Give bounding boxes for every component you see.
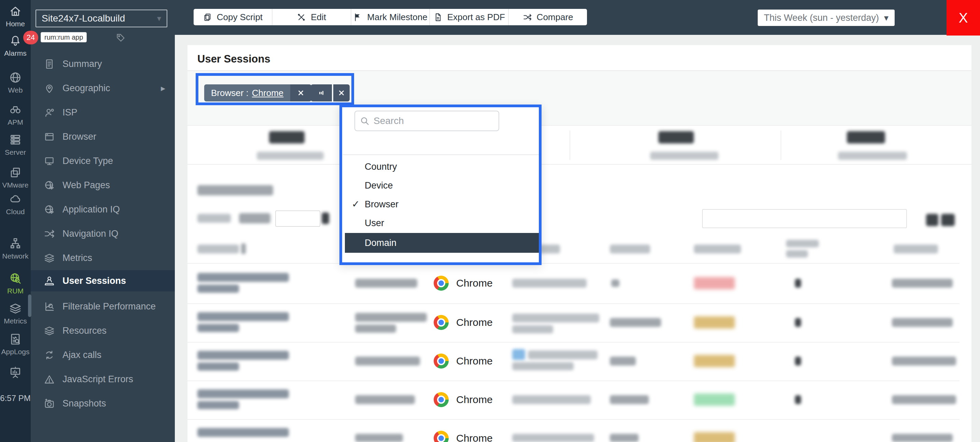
rail-item-server[interactable]: Server [0,133,31,156]
rail-item-applogs[interactable]: AppLogs [0,333,31,356]
rail-label: Web [0,86,31,94]
redacted-column-header[interactable] [610,244,650,254]
sidebar-item-javascript-errors[interactable]: JavaScript Errors [31,367,175,391]
chart-toggle-button[interactable] [311,85,332,101]
sidebar-item-summary[interactable]: Summary [31,52,175,76]
dropdown-search-input[interactable]: Search [355,111,499,131]
rail-item-cloud[interactable]: Cloud [0,193,31,216]
rail-item-presentation[interactable] [0,366,31,381]
sidebar-item-label: JavaScript Errors [62,374,133,385]
header-divider [188,263,959,264]
sort-direction-icon[interactable] [322,212,329,224]
rum-tag-chip[interactable]: rum:rum app [41,32,87,42]
redacted-cell [610,434,638,442]
rail-item-web[interactable]: Web [0,71,31,94]
grid-view-icon[interactable] [941,214,955,226]
sidebar-scrollbar-thumb[interactable] [28,294,32,317]
rail-label: Alarms [0,49,31,57]
sidebar-item-geographic[interactable]: Geographic ▸ [31,76,175,101]
sort-arrow-icon [241,243,246,254]
redacted-session-id[interactable] [197,351,289,360]
redacted-session-id[interactable] [197,389,289,398]
chart-filter-chip[interactable] [311,85,350,101]
redacted-cell [892,434,953,442]
rail-item-home[interactable]: Home [0,5,31,28]
redacted-count [795,279,801,287]
redacted-cell [355,279,417,287]
rail-label: Server [0,148,31,156]
sidebar-item-label: Metrics [62,253,92,263]
dropdown-item-device[interactable]: Device [365,179,393,192]
close-icon [338,89,345,97]
chart-magnifier-icon [44,301,55,312]
sidebar-item-device-type[interactable]: Device Type [31,149,175,173]
app-root: Copy Script Edit Mark Milestone Export a… [0,0,980,442]
remove-chart-filter-button[interactable] [333,85,350,101]
date-range-select[interactable]: This Week (sun - yesterday) ▾ [758,10,895,26]
sidebar-item-resources[interactable]: Resources [31,319,175,343]
compare-button[interactable]: Compare [509,9,587,25]
sidebar-item-navigation-iq[interactable]: Navigation IQ [31,222,175,246]
rail-item-vmware[interactable]: VMware [0,166,31,189]
sidebar-item-user-sessions[interactable]: User Sessions [31,270,175,291]
sidebar-item-filterable-performance[interactable]: Filterable Performance [31,294,175,319]
sidebar-item-application-iq[interactable]: Application IQ [31,198,175,222]
browser-name: Chrome [456,394,493,405]
redacted-column-header[interactable] [786,240,819,247]
rail-item-metrics[interactable]: Metrics [0,302,31,325]
list-view-icon[interactable] [926,214,938,226]
copy-script-button[interactable]: Copy Script [194,9,272,25]
sidebar-item-browser[interactable]: Browser [31,124,175,149]
redacted-session-id [197,401,239,409]
dropdown-item-domain[interactable]: Domain [345,233,539,253]
sort-select[interactable] [275,211,320,227]
redacted-session-id[interactable] [197,428,289,437]
sidebar-item-metrics[interactable]: Metrics [31,246,175,270]
remove-filter-button[interactable] [290,85,312,101]
sidebar-item-label: ISP [62,107,78,118]
chrome-icon [434,315,449,330]
browser-filter-chip[interactable]: Browser : Chrome [204,85,312,101]
sidebar-item-web-pages[interactable]: Web Pages [31,173,175,198]
table-search-input[interactable] [702,209,907,228]
browser-name: Chrome [456,278,493,289]
redacted-column-header[interactable] [197,244,239,254]
browser-cell: Chrome [434,354,493,369]
redacted-cell [611,279,619,287]
chip-value[interactable]: Chrome [252,88,283,98]
rail-item-network[interactable]: Network [0,237,31,260]
sidebar-item-label: Geographic [62,83,110,94]
close-button[interactable]: X [947,0,980,35]
dropdown-item-browser[interactable]: Browser [365,198,398,211]
rail-item-alarms[interactable]: 24 Alarms [0,34,31,57]
redacted-stat-value [847,131,885,144]
rail-item-apm[interactable]: APM [0,103,31,126]
monitor-selector[interactable]: Site24x7-Localbuild ▾ [35,10,167,27]
sidebar-item-snapshots[interactable]: Snapshots [31,391,175,416]
sidebar-item-label: User Sessions [62,276,126,286]
rum-globe-magnifier-icon [9,272,22,285]
redacted-cell [355,357,420,365]
redacted-column-header[interactable] [694,244,741,254]
browser-cell: Chrome [434,276,493,291]
bar-chart-icon [318,89,325,97]
sidebar-item-isp[interactable]: ISP [31,101,175,124]
dropdown-item-country[interactable]: Country [365,160,397,174]
mark-milestone-button[interactable]: Mark Milestone [352,9,430,25]
redacted-session-id[interactable] [197,312,289,321]
chip-label: Browser : [211,88,248,98]
sidebar-item-ajax-calls[interactable]: Ajax calls [31,343,175,367]
redacted-column-header[interactable] [894,244,938,254]
sidebar: Site24x7-Localbuild ▾ rum:rum app Summar… [31,0,175,442]
dropdown-item-user[interactable]: User [365,216,384,230]
status-badge [694,355,735,367]
compare-label: Compare [537,12,573,22]
export-pdf-button[interactable]: Export as PDF [430,9,509,25]
redacted-column-header[interactable] [786,250,808,258]
rail-item-rum[interactable]: RUM [0,272,31,295]
redacted-session-id [197,324,239,332]
redacted-session-id[interactable] [197,273,289,282]
edit-button[interactable]: Edit [272,9,352,25]
chip-body[interactable]: Browser : Chrome [204,85,290,101]
tools-icon [297,13,306,22]
